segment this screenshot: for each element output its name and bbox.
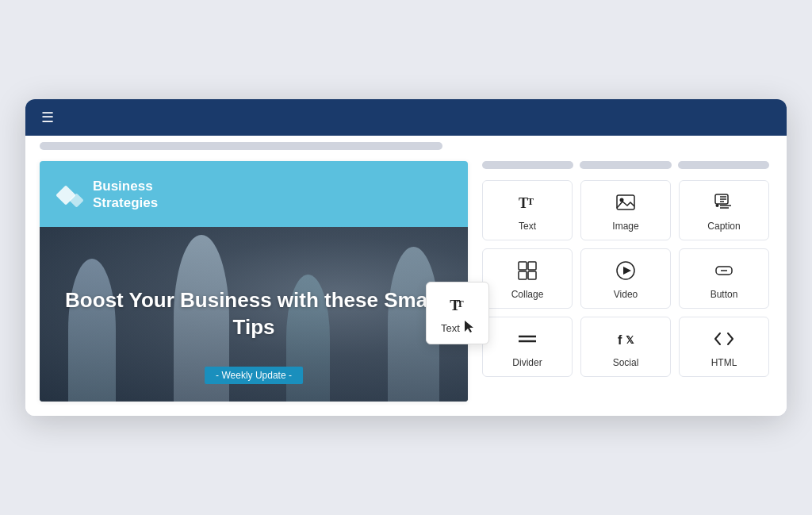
svg-rect-15 <box>528 262 536 270</box>
address-bar <box>40 142 442 150</box>
panel-tabs <box>482 161 769 169</box>
browser-toolbar: ☰ <box>25 99 787 136</box>
svg-text:T: T <box>457 298 464 309</box>
button-icon <box>714 260 734 284</box>
svg-rect-5 <box>617 195 634 209</box>
tooltip-label: Text <box>441 321 474 336</box>
svg-rect-16 <box>519 271 527 279</box>
widget-html-label: HTML <box>711 357 737 368</box>
widget-panel: T T Text Image <box>479 161 772 402</box>
svg-text:f: f <box>618 333 622 347</box>
svg-marker-2 <box>465 321 473 332</box>
widget-button-label: Button <box>710 289 738 300</box>
widget-video-label: Video <box>614 289 638 300</box>
widget-button[interactable]: Button <box>679 248 769 309</box>
text-tooltip: T T Text <box>426 282 489 344</box>
image-icon <box>615 192 636 216</box>
svg-rect-17 <box>528 271 536 279</box>
widget-caption[interactable]: Caption <box>679 180 769 240</box>
svg-rect-14 <box>519 262 527 270</box>
address-bar-row <box>25 136 787 150</box>
divider-icon <box>517 329 538 352</box>
video-icon <box>615 260 636 284</box>
email-card: Business Strategies Boost Your Business … <box>40 161 468 402</box>
collage-icon <box>517 260 538 284</box>
widget-image[interactable]: Image <box>580 180 671 240</box>
social-icon: f 𝕏 <box>615 329 636 352</box>
widget-text[interactable]: T T Text <box>482 180 573 240</box>
widget-divider[interactable]: Divider <box>482 317 573 377</box>
email-preview: Business Strategies Boost Your Business … <box>40 161 468 402</box>
widget-collage-label: Collage <box>511 289 544 300</box>
widget-video[interactable]: Video <box>580 248 671 309</box>
email-image-section: Boost Your Business with these Smart Tip… <box>40 227 468 402</box>
email-badge: - Weekly Update - <box>205 367 303 384</box>
panel-tab-2[interactable] <box>580 161 671 169</box>
widget-social-label: Social <box>613 357 639 368</box>
hamburger-icon[interactable]: ☰ <box>41 110 54 125</box>
widget-grid: T T Text Image <box>482 180 769 377</box>
widget-collage[interactable]: Collage <box>482 248 573 309</box>
caption-icon <box>714 192 734 216</box>
svg-text:𝕏: 𝕏 <box>626 334 634 346</box>
browser-window: ☰ Business <box>25 99 787 416</box>
widget-html[interactable]: HTML <box>679 317 769 377</box>
text-icon: T T <box>517 192 538 216</box>
brand-name: Business Strategies <box>93 179 158 211</box>
svg-point-8 <box>716 204 719 207</box>
widget-image-label: Image <box>612 221 638 232</box>
widget-text-label: Text <box>519 221 536 232</box>
main-content: Business Strategies Boost Your Business … <box>25 150 787 416</box>
email-headline: Boost Your Business with these Smart Tip… <box>40 287 468 341</box>
widget-social[interactable]: f 𝕏 Social <box>580 317 671 377</box>
widget-caption-label: Caption <box>707 221 740 232</box>
svg-text:T: T <box>527 196 534 207</box>
tooltip-text-icon: T T <box>447 294 468 317</box>
panel-tab-3[interactable] <box>678 161 769 169</box>
html-icon <box>714 329 734 352</box>
svg-marker-19 <box>623 267 631 275</box>
logo-diamond <box>59 184 82 206</box>
panel-tab-1[interactable] <box>482 161 573 169</box>
widget-divider-label: Divider <box>512 357 542 368</box>
email-header: Business Strategies <box>40 161 468 227</box>
